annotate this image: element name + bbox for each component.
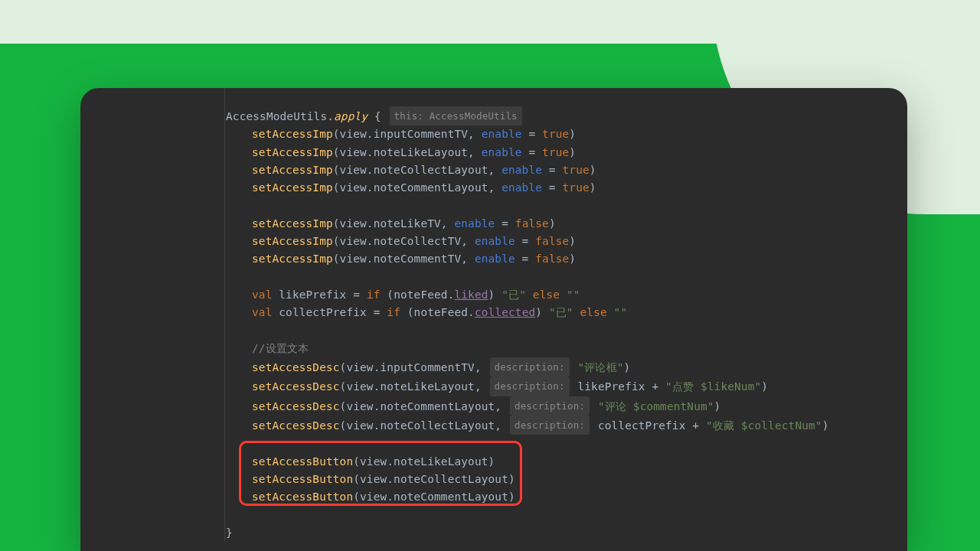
code-comment: //设置文本: [80, 340, 907, 357]
inlay-hint: description:: [490, 377, 570, 396]
code-line: setAccessButton(view.noteCollectLayout): [80, 471, 907, 488]
code-line: setAccessImp(view.noteCommentLayout, ena…: [80, 179, 907, 197]
blank-line: [80, 322, 907, 340]
inlay-hint: description:: [510, 416, 590, 435]
indent-guide: [224, 88, 225, 542]
code-line: val likePrefix = if (noteFeed.liked) "已"…: [80, 286, 907, 304]
code-line: AccessModeUtils.apply { this: AccessMode…: [80, 106, 907, 126]
inlay-hint: this: AccessModeUtils: [390, 106, 522, 126]
code-line: setAccessDesc(view.noteCollectLayout, de…: [80, 416, 907, 435]
blank-line: [80, 197, 907, 214]
code-line: setAccessImp(view.noteLikeTV, enable = f…: [80, 215, 907, 233]
code-line: }: [80, 524, 907, 542]
code-line: setAccessButton(view.noteLikeLayout): [80, 453, 907, 471]
code-line: setAccessButton(view.noteCommentLayout): [80, 488, 907, 506]
code-editor[interactable]: AccessModeUtils.apply { this: AccessMode…: [80, 88, 907, 542]
code-line: setAccessImp(view.noteCommentTV, enable …: [80, 250, 907, 268]
inlay-hint: description:: [490, 357, 570, 377]
ide-window: AccessModeUtils.apply { this: AccessMode…: [80, 88, 907, 551]
blank-line: [80, 435, 907, 452]
code-line: val collectPrefix = if (noteFeed.collect…: [80, 304, 907, 321]
blank-line: [80, 507, 907, 524]
code-line: setAccessDesc(view.noteLikeLayout, descr…: [80, 377, 907, 396]
code-line: setAccessImp(view.noteCollectLayout, ena…: [80, 161, 907, 179]
code-line: setAccessDesc(view.inputCommentTV, descr…: [80, 357, 907, 377]
code-line: setAccessImp(view.noteLikeLayout, enable…: [80, 144, 907, 161]
code-line: setAccessImp(view.inputCommentTV, enable…: [80, 126, 907, 143]
code-line: setAccessImp(view.noteCollectTV, enable …: [80, 233, 907, 250]
code-line: setAccessDesc(view.noteCommentLayout, de…: [80, 396, 907, 416]
inlay-hint: description:: [510, 396, 590, 416]
blank-line: [80, 269, 907, 286]
